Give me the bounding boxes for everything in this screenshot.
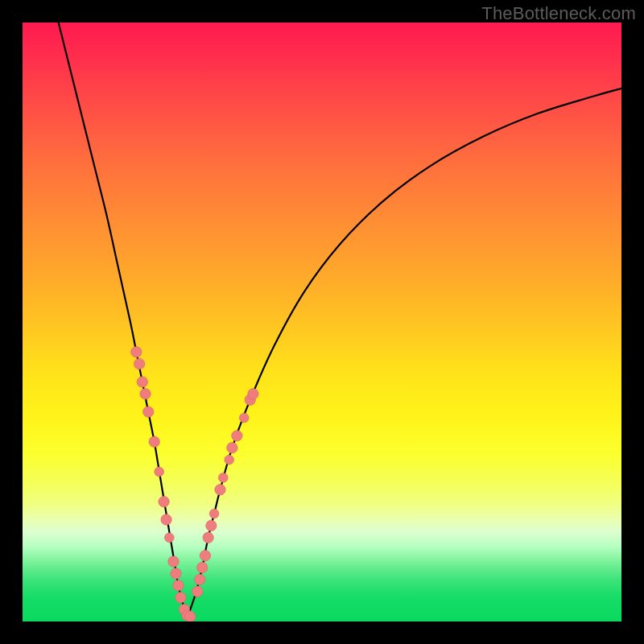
plot-area bbox=[23, 23, 621, 621]
chart-svg bbox=[23, 23, 621, 621]
data-marker bbox=[173, 580, 184, 591]
data-marker bbox=[161, 514, 171, 525]
data-marker bbox=[143, 407, 154, 417]
data-marker bbox=[168, 556, 179, 567]
data-marker bbox=[159, 496, 169, 506]
data-marker bbox=[131, 346, 142, 357]
data-marker bbox=[192, 586, 203, 597]
data-marker bbox=[232, 431, 242, 441]
data-marker bbox=[137, 377, 147, 387]
data-marker bbox=[195, 574, 205, 584]
data-marker bbox=[175, 592, 186, 603]
data-marker bbox=[239, 413, 249, 423]
data-marker bbox=[149, 436, 159, 447]
data-marker bbox=[155, 467, 164, 477]
data-marker bbox=[206, 520, 217, 530]
data-marker bbox=[200, 550, 210, 560]
data-marker bbox=[134, 358, 144, 369]
data-marker bbox=[215, 485, 225, 495]
right-curve bbox=[188, 89, 621, 616]
data-marker bbox=[171, 568, 181, 579]
data-marker bbox=[185, 611, 196, 621]
data-marker bbox=[227, 443, 237, 453]
data-marker bbox=[196, 562, 207, 572]
marker-layer bbox=[131, 346, 259, 621]
chart-frame: TheBottleneck.com bbox=[0, 0, 644, 644]
data-marker bbox=[209, 509, 219, 518]
watermark-text: TheBottleneck.com bbox=[481, 3, 636, 24]
data-marker bbox=[225, 455, 234, 464]
data-marker bbox=[164, 533, 174, 543]
data-marker bbox=[248, 389, 258, 399]
data-marker bbox=[203, 532, 213, 543]
data-marker bbox=[140, 389, 151, 399]
data-marker bbox=[218, 473, 228, 483]
left-curve bbox=[59, 23, 188, 616]
curve-layer bbox=[59, 23, 621, 616]
